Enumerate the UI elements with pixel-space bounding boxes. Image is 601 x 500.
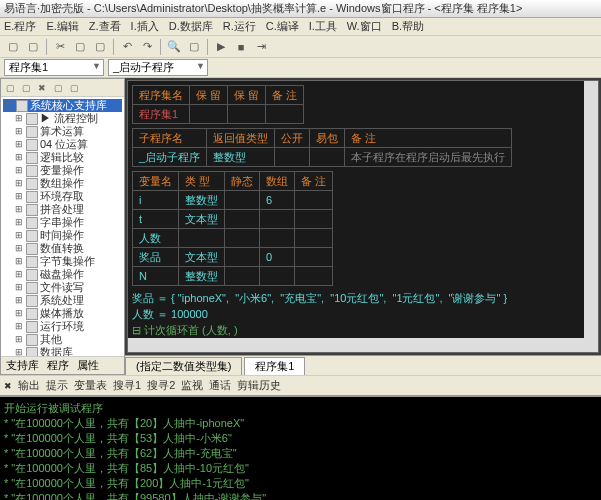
- new-icon[interactable]: ▢: [4, 38, 22, 56]
- editor-pane: 程序集名 保 留 保 留 备 注 程序集1 子程序名 返回值类型 公开: [125, 78, 601, 375]
- search-icon[interactable]: 🔍: [165, 38, 183, 56]
- undo-icon[interactable]: ↶: [118, 38, 136, 56]
- menu-program[interactable]: E.程序: [4, 19, 36, 34]
- tree-item[interactable]: ⊞时间操作: [3, 229, 122, 242]
- scrollbar-horizontal[interactable]: [128, 338, 584, 352]
- menu-database[interactable]: D.数据库: [169, 19, 213, 34]
- menu-view[interactable]: Z.查看: [89, 19, 121, 34]
- copy-icon[interactable]: ▢: [71, 38, 89, 56]
- paste-icon[interactable]: ▢: [91, 38, 109, 56]
- tab-props[interactable]: 属性: [77, 358, 99, 373]
- toolbar: ▢ ▢ ✂ ▢ ▢ ↶ ↷ 🔍 ▢ ▶ ■ ⇥: [0, 36, 601, 58]
- separator: [160, 39, 161, 55]
- separator: [113, 39, 114, 55]
- tree-btn[interactable]: ▢: [51, 81, 65, 95]
- main-area: ▢ ▢ ✖ ▢ ▢ ⊟系统核心支持库⊞▶ 流程控制⊞算术运算⊞04 位运算⊞逻辑…: [0, 78, 601, 375]
- tree-item[interactable]: ⊞拼音处理: [3, 203, 122, 216]
- tree-item[interactable]: ⊟系统核心支持库: [3, 99, 122, 112]
- tree-item[interactable]: ⊞字串操作: [3, 216, 122, 229]
- separator: [46, 39, 47, 55]
- tab-call[interactable]: 通话: [209, 378, 231, 393]
- menu-run[interactable]: R.运行: [223, 19, 256, 34]
- tree-item[interactable]: ⊞运行环境: [3, 320, 122, 333]
- tree-btn[interactable]: ▢: [67, 81, 81, 95]
- tab-clip[interactable]: 剪辑历史: [237, 378, 281, 393]
- tree-item[interactable]: ⊞▶ 流程控制: [3, 112, 122, 125]
- output-tabs: ✖ 输出 提示 变量表 搜寻1 搜寻2 监视 通话 剪辑历史: [0, 375, 601, 395]
- tree-item[interactable]: ⊞逻辑比较: [3, 151, 122, 164]
- menu-compile[interactable]: C.编译: [266, 19, 299, 34]
- tree-item[interactable]: ⊞字节集操作: [3, 255, 122, 268]
- tree-toolbar: ▢ ▢ ✖ ▢ ▢: [1, 79, 124, 97]
- grid-set: 程序集名 保 留 保 留 备 注 程序集1: [132, 85, 304, 124]
- menu-edit[interactable]: E.编辑: [46, 19, 78, 34]
- tree-item[interactable]: ⊞媒体播放: [3, 307, 122, 320]
- tree-item[interactable]: ⊞文件读写: [3, 281, 122, 294]
- code-editor[interactable]: 程序集名 保 留 保 留 备 注 程序集1 子程序名 返回值类型 公开: [127, 80, 599, 353]
- tree-btn[interactable]: ✖: [35, 81, 49, 95]
- grid-sub: 子程序名 返回值类型 公开 易包 备 注 _启动子程序 整数型 本子程序在程序启…: [132, 128, 512, 167]
- tab-types[interactable]: (指定二数值类型集): [125, 357, 242, 375]
- combo-sub[interactable]: _启动子程序: [108, 59, 208, 76]
- menubar: E.程序 E.编辑 Z.查看 I.插入 D.数据库 R.运行 C.编译 I.工具…: [0, 18, 601, 36]
- separator: [207, 39, 208, 55]
- grid-vars: 变量名 类 型 静态 数组 备 注 i整数型6 t文本型 人数 奖品文本型0 N…: [132, 171, 333, 286]
- run-icon[interactable]: ▶: [212, 38, 230, 56]
- menu-tools[interactable]: I.工具: [309, 19, 337, 34]
- step-icon[interactable]: ⇥: [252, 38, 270, 56]
- tree-body[interactable]: ⊟系统核心支持库⊞▶ 流程控制⊞算术运算⊞04 位运算⊞逻辑比较⊞变量操作⊞数组…: [1, 97, 124, 356]
- output-x-icon[interactable]: ✖: [4, 381, 12, 391]
- tab-hint[interactable]: 提示: [46, 378, 68, 393]
- tree-item[interactable]: ⊞数值转换: [3, 242, 122, 255]
- bookmark-icon[interactable]: ▢: [185, 38, 203, 56]
- tree-bottom-tabs: 支持库 程序 属性: [1, 356, 124, 374]
- tree-btn[interactable]: ▢: [3, 81, 17, 95]
- menu-help[interactable]: B.帮助: [392, 19, 424, 34]
- tree-item[interactable]: ⊞磁盘操作: [3, 268, 122, 281]
- tree-item[interactable]: ⊞数据库: [3, 346, 122, 356]
- redo-icon[interactable]: ↷: [138, 38, 156, 56]
- side-tree: ▢ ▢ ✖ ▢ ▢ ⊟系统核心支持库⊞▶ 流程控制⊞算术运算⊞04 位运算⊞逻辑…: [0, 78, 125, 375]
- menu-insert[interactable]: I.插入: [131, 19, 159, 34]
- titlebar: 易语言·加密壳版 - C:\Users\Administrator\Deskto…: [0, 0, 601, 18]
- stop-icon[interactable]: ■: [232, 38, 250, 56]
- tab-find1[interactable]: 搜寻1: [113, 378, 141, 393]
- combo-row: 程序集1 _启动子程序: [0, 58, 601, 78]
- editor-tabs: (指定二数值类型集) 程序集1: [125, 355, 601, 375]
- tree-item[interactable]: ⊞数组操作: [3, 177, 122, 190]
- tree-item[interactable]: ⊞其他: [3, 333, 122, 346]
- combo-set[interactable]: 程序集1: [4, 59, 104, 76]
- tree-item[interactable]: ⊞环境存取: [3, 190, 122, 203]
- tab-support[interactable]: 支持库: [6, 358, 39, 373]
- tree-item[interactable]: ⊞系统处理: [3, 294, 122, 307]
- open-icon[interactable]: ▢: [24, 38, 42, 56]
- menu-window[interactable]: W.窗口: [347, 19, 382, 34]
- tree-btn[interactable]: ▢: [19, 81, 33, 95]
- tab-find2[interactable]: 搜寻2: [147, 378, 175, 393]
- tree-item[interactable]: ⊞变量操作: [3, 164, 122, 177]
- window-title: 易语言·加密壳版 - C:\Users\Administrator\Deskto…: [4, 1, 597, 16]
- scrollbar-vertical[interactable]: [584, 81, 598, 352]
- cut-icon[interactable]: ✂: [51, 38, 69, 56]
- output-console[interactable]: 开始运行被调试程序* "在100000个人里，共有【20】人抽中-iphoneX…: [0, 395, 601, 500]
- tab-watch[interactable]: 监视: [181, 378, 203, 393]
- tab-program[interactable]: 程序: [47, 358, 69, 373]
- tree-item[interactable]: ⊞算术运算: [3, 125, 122, 138]
- tree-item[interactable]: ⊞04 位运算: [3, 138, 122, 151]
- tab-set1[interactable]: 程序集1: [244, 357, 305, 375]
- tab-output[interactable]: 输出: [18, 378, 40, 393]
- tab-vars[interactable]: 变量表: [74, 378, 107, 393]
